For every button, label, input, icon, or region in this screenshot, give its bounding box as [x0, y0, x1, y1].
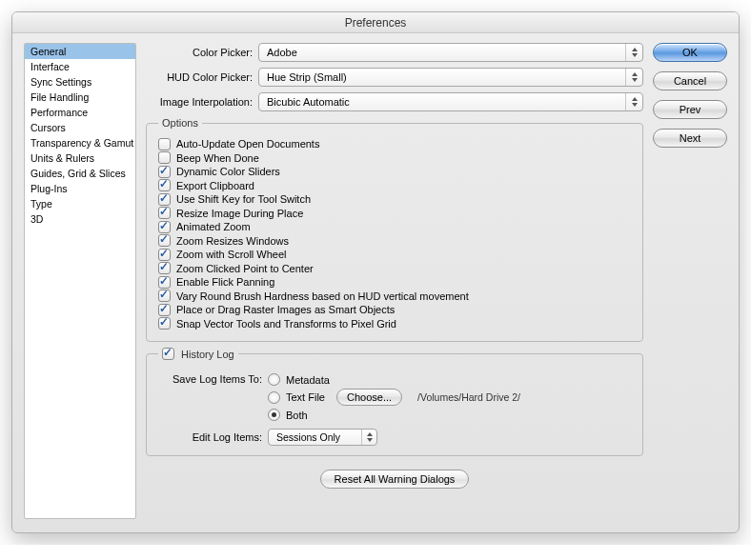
checkbox-auto-update[interactable] [158, 138, 171, 150]
cancel-button[interactable]: Cancel [653, 71, 727, 90]
history-log-group: History Log Save Log Items To: Metadata … [146, 348, 643, 457]
checkbox-export-clipboard[interactable] [158, 179, 171, 191]
checkbox-zoom-resizes-windows[interactable] [158, 234, 171, 247]
checkbox-label: Auto-Update Open Documents [176, 138, 319, 150]
sidebar-item-performance[interactable]: Performance [25, 105, 135, 120]
select-arrows-icon [625, 44, 642, 61]
dialog-buttons: OK Cancel Prev Next [653, 43, 727, 519]
options-legend: Options [158, 117, 202, 129]
checkbox-shift-key-tool-switch[interactable] [158, 193, 171, 206]
checkbox-vary-brush-hardness[interactable] [158, 290, 171, 302]
checkbox-label: Animated Zoom [176, 221, 251, 232]
checkbox-label: Dynamic Color Sliders [176, 166, 280, 177]
hud-color-picker-label: HUD Color Picker: [146, 71, 258, 83]
select-arrows-icon [625, 93, 642, 110]
sidebar-item-file-handling[interactable]: File Handling [25, 90, 135, 105]
reset-warning-dialogs-button[interactable]: Reset All Warning Dialogs [320, 470, 470, 489]
sidebar-item-general[interactable]: General [25, 44, 135, 59]
sidebar-item-type[interactable]: Type [25, 196, 135, 211]
history-log-title: History Log [181, 349, 234, 360]
log-file-path: /Volumes/Hard Drive 2/ [417, 391, 520, 403]
sidebar-item-transparency-gamut[interactable]: Transparency & Gamut [25, 135, 135, 150]
hud-color-picker-select[interactable]: Hue Strip (Small) [258, 68, 643, 87]
color-picker-value: Adobe [267, 47, 297, 58]
checkbox-resize-image-during-place[interactable] [158, 207, 171, 219]
sidebar-item-cursors[interactable]: Cursors [25, 120, 135, 135]
window-titlebar: Preferences [12, 12, 739, 33]
image-interpolation-label: Image Interpolation: [146, 96, 258, 108]
next-button[interactable]: Next [653, 129, 727, 148]
ok-button[interactable]: OK [653, 43, 727, 62]
category-sidebar: General Interface Sync Settings File Han… [24, 43, 136, 519]
select-arrows-icon [625, 69, 642, 86]
checkbox-dynamic-color-sliders[interactable] [158, 166, 171, 178]
radio-metadata-label: Metadata [286, 374, 330, 386]
checkbox-label: Zoom with Scroll Wheel [176, 249, 287, 260]
radio-metadata[interactable] [268, 373, 280, 386]
radio-both[interactable] [268, 409, 280, 421]
image-interpolation-select[interactable]: Bicubic Automatic [258, 92, 643, 111]
checkbox-flick-panning[interactable] [158, 276, 171, 289]
window-title: Preferences [345, 16, 407, 30]
checkbox-zoom-scroll-wheel[interactable] [158, 249, 171, 261]
history-log-legend: History Log [158, 348, 238, 361]
checkbox-label: Snap Vector Tools and Transforms to Pixe… [176, 318, 396, 330]
edit-log-items-select[interactable]: Sessions Only [268, 429, 377, 446]
checkbox-beep-when-done[interactable] [158, 151, 171, 164]
checkbox-place-as-smart-objects[interactable] [158, 304, 171, 316]
choose-button[interactable]: Choose... [336, 389, 402, 406]
edit-log-items-value: Sessions Only [276, 431, 340, 443]
save-log-items-label: Save Log Items To: [158, 373, 268, 421]
image-interpolation-value: Bicubic Automatic [267, 96, 350, 108]
radio-both-label: Both [286, 410, 308, 421]
options-group: Options Auto-Update Open Documents Beep … [146, 117, 643, 342]
color-picker-select[interactable]: Adobe [258, 43, 643, 62]
checkbox-label: Export Clipboard [176, 180, 254, 191]
checkbox-label: Resize Image During Place [176, 208, 303, 219]
edit-log-items-label: Edit Log Items: [158, 431, 268, 443]
checkbox-history-log[interactable] [162, 348, 174, 360]
radio-text-file-label: Text File [286, 391, 325, 403]
sidebar-item-interface[interactable]: Interface [25, 59, 135, 74]
sidebar-item-sync-settings[interactable]: Sync Settings [25, 74, 135, 90]
hud-color-picker-value: Hue Strip (Small) [267, 71, 347, 83]
checkbox-animated-zoom[interactable] [158, 221, 171, 233]
main-panel: Color Picker: Adobe HUD Color Picker: Hu… [146, 43, 643, 519]
checkbox-zoom-clicked-point-center[interactable] [158, 262, 171, 274]
checkbox-label: Vary Round Brush Hardness based on HUD v… [176, 290, 469, 302]
sidebar-item-3d[interactable]: 3D [25, 211, 135, 227]
sidebar-item-units-rulers[interactable]: Units & Rulers [25, 150, 135, 166]
radio-text-file[interactable] [268, 391, 280, 404]
preferences-window: Preferences General Interface Sync Setti… [11, 11, 740, 533]
checkbox-snap-vector-pixel-grid[interactable] [158, 317, 171, 330]
sidebar-item-plug-ins[interactable]: Plug-Ins [25, 181, 135, 196]
checkbox-label: Enable Flick Panning [176, 276, 274, 288]
select-arrows-icon [361, 430, 376, 445]
checkbox-label: Zoom Clicked Point to Center [176, 263, 314, 274]
prev-button[interactable]: Prev [653, 100, 727, 119]
checkbox-label: Place or Drag Raster Images as Smart Obj… [176, 304, 395, 315]
checkbox-label: Beep When Done [176, 152, 259, 164]
checkbox-label: Zoom Resizes Windows [176, 235, 289, 247]
checkbox-label: Use Shift Key for Tool Switch [176, 193, 311, 205]
sidebar-item-guides-grid-slices[interactable]: Guides, Grid & Slices [25, 166, 135, 181]
color-picker-label: Color Picker: [146, 47, 258, 58]
